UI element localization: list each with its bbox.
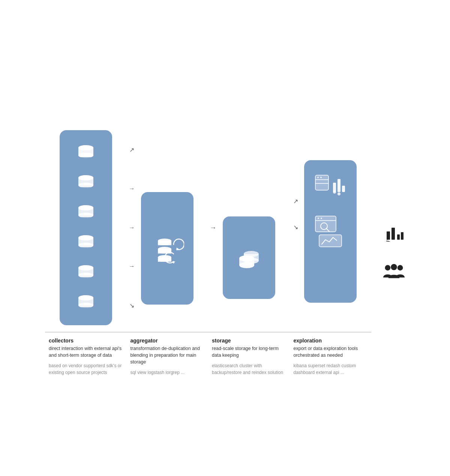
- svg-point-54: [239, 262, 254, 268]
- db-icon-4: [76, 235, 96, 251]
- storage-label: storage read-scale storage for long-term…: [208, 338, 290, 376]
- storage-column: ↗ ↘: [208, 130, 290, 325]
- exploration-column: [290, 130, 372, 325]
- collectors-desc: direct interaction with external api's a…: [49, 345, 123, 359]
- svg-point-64: [333, 191, 336, 194]
- svg-rect-73: [387, 231, 390, 240]
- svg-point-23: [78, 235, 93, 240]
- aggregator-desc: transformation de-duplication and blendi…: [130, 345, 205, 365]
- svg-rect-62: [338, 179, 340, 192]
- collectors-column: ↗ → → → ↘: [45, 130, 127, 325]
- svg-point-60: [320, 177, 322, 178]
- db-icon-3: [76, 205, 96, 221]
- exploration-label: exploration export or data exploration t…: [290, 338, 372, 376]
- analytics-side-icon: [382, 223, 405, 246]
- svg-point-28: [78, 273, 93, 278]
- users-side-icon: [382, 261, 405, 283]
- collectors-box: [60, 130, 112, 325]
- side-icons: [382, 223, 405, 283]
- labels-row: collectors direct interaction with exter…: [45, 332, 371, 376]
- collectors-label: collectors direct interaction with exter…: [45, 338, 127, 376]
- db-icon-2: [76, 175, 96, 191]
- storage-box: [223, 216, 275, 299]
- db-icon-1: [76, 145, 96, 161]
- exploration-analytics-icon: [314, 171, 347, 203]
- aggregator-icon: [150, 226, 184, 271]
- exploration-search-icon: [314, 214, 347, 249]
- svg-point-5: [78, 153, 93, 158]
- svg-point-77: [385, 265, 390, 271]
- svg-point-46: [158, 239, 171, 243]
- aggregator-column: →: [127, 130, 208, 325]
- svg-point-29: [78, 265, 93, 270]
- svg-point-43: [158, 247, 171, 251]
- svg-rect-74: [392, 228, 395, 240]
- aggregator-title: aggregator: [130, 338, 205, 344]
- aggregator-label: aggregator transformation de-duplication…: [127, 338, 208, 376]
- exploration-box: [304, 160, 357, 303]
- storage-desc: read-scale storage for long-term data ke…: [212, 345, 286, 359]
- svg-point-10: [78, 183, 93, 188]
- svg-rect-75: [397, 234, 400, 240]
- svg-rect-63: [342, 186, 345, 192]
- svg-point-22: [78, 243, 93, 248]
- storage-icon: [234, 242, 264, 273]
- storage-title: storage: [212, 338, 286, 344]
- svg-point-59: [317, 177, 319, 178]
- svg-point-17: [78, 205, 93, 210]
- diagram-container: ↗ → → → ↘: [0, 115, 450, 391]
- db-icon-5: [76, 265, 96, 281]
- svg-point-55: [239, 255, 254, 261]
- db-icon-6: [76, 295, 96, 311]
- storage-tools: elasticsearch cluster with backup/restor…: [212, 362, 286, 376]
- svg-point-68: [318, 218, 319, 219]
- collectors-title: collectors: [49, 338, 123, 344]
- svg-marker-47: [177, 248, 179, 251]
- svg-point-79: [398, 265, 403, 271]
- aggregator-tools: sql view logstash lorgrep ...: [130, 369, 205, 376]
- collectors-tools: based on vendor supporterd sdk's or exis…: [49, 362, 123, 376]
- exploration-desc: export or data exploration tools orchest…: [294, 345, 368, 359]
- aggregator-box: [141, 192, 194, 305]
- svg-point-65: [338, 192, 340, 195]
- svg-point-78: [391, 264, 397, 270]
- svg-point-35: [78, 295, 93, 300]
- exploration-title: exploration: [294, 338, 368, 344]
- svg-rect-76: [401, 232, 404, 240]
- columns-row: ↗ → → → ↘: [45, 130, 371, 325]
- exploration-tools: kibana superset redash custom dashboard …: [294, 362, 368, 376]
- svg-point-11: [78, 175, 93, 180]
- svg-point-69: [321, 218, 322, 219]
- svg-point-34: [78, 303, 93, 308]
- svg-point-16: [78, 213, 93, 218]
